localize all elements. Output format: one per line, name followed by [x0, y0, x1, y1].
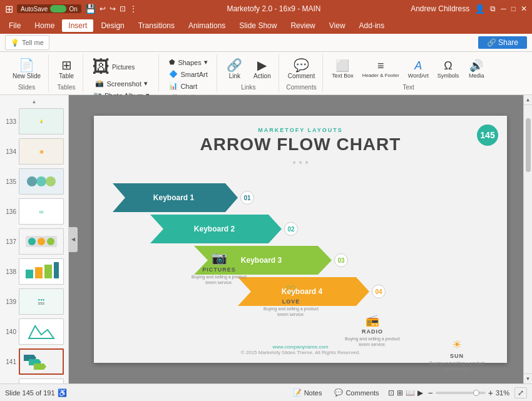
- slide-thumb-136[interactable]: 136 ∞: [3, 197, 66, 226]
- textbox-label: Text Box: [332, 73, 354, 79]
- menu-transitions[interactable]: Transitions: [132, 19, 181, 32]
- textbox-button[interactable]: ⬜ Text Box: [329, 59, 356, 80]
- new-slide-button[interactable]: 📄 New Slide: [10, 58, 43, 81]
- svg-rect-9: [44, 265, 52, 278]
- svg-rect-10: [54, 262, 59, 278]
- autosave-toggle[interactable]: [50, 5, 66, 13]
- action-icon: ▶: [257, 59, 267, 71]
- pictures-button[interactable]: 🖼 Pictures: [90, 57, 137, 77]
- step-num-4: 04: [372, 285, 386, 298]
- love-content-label: LOVE: [263, 298, 319, 305]
- slide-panel[interactable]: ▲ 133 💡 134 ◉ 135: [0, 95, 69, 383]
- link-icon: 🔗: [227, 59, 242, 71]
- menu-design[interactable]: Design: [95, 19, 130, 32]
- link-button[interactable]: 🔗 Link: [223, 58, 246, 81]
- view-normal-icon[interactable]: ⊡: [388, 388, 394, 397]
- thumb-141-svg: [23, 351, 60, 372]
- chart-button[interactable]: 📊 Chart: [165, 81, 201, 91]
- ribbon-group-images: 🖼 Pictures 📸 Screenshot ▾ 📷 Photo Album …: [84, 54, 159, 92]
- undo-icon[interactable]: ↩: [100, 4, 106, 13]
- footer-url: www.companyname.com: [273, 344, 329, 350]
- canvas-area[interactable]: ◀ 145 MARKETOFY LAYOUTS ARROW FLOW CHART…: [69, 95, 532, 383]
- menu-file[interactable]: File: [3, 19, 27, 32]
- ribbon: 💡 Tell me 🔗 Share 📄 New Slide Slides ⊞: [0, 34, 532, 95]
- view-slideshow-icon[interactable]: ▶: [417, 388, 423, 397]
- scroll-down-btn[interactable]: ▼: [524, 373, 532, 383]
- autosave-badge[interactable]: AutoSave On: [17, 4, 81, 13]
- menu-slideshow[interactable]: Slide Show: [233, 19, 283, 32]
- screenshot-button[interactable]: 📸 Screenshot ▾: [90, 78, 153, 89]
- view-slidesorter-icon[interactable]: ⊞: [397, 388, 403, 397]
- slide-img-140: [19, 318, 64, 345]
- header-footer-button[interactable]: ≡ Header & Footer: [360, 59, 402, 79]
- window-restore-icon[interactable]: ⧉: [490, 4, 496, 13]
- shapes-label: Shapes: [178, 59, 201, 66]
- menu-animations[interactable]: Animations: [182, 19, 232, 32]
- text-group-label: Text: [403, 84, 414, 92]
- table-button[interactable]: ⊞ Table: [55, 58, 78, 81]
- tell-me-input[interactable]: 💡 Tell me: [5, 35, 49, 50]
- slide-thumb-142[interactable]: 142: [3, 377, 66, 383]
- slide-thumb-137[interactable]: 137: [3, 227, 66, 256]
- screenshot-label: Screenshot: [106, 80, 141, 88]
- scroll-up-arrow[interactable]: ▲: [3, 98, 66, 106]
- menu-home[interactable]: Home: [28, 19, 61, 32]
- menu-review[interactable]: Review: [284, 19, 321, 32]
- slide-thumb-135[interactable]: 135: [3, 167, 66, 196]
- menu-view[interactable]: View: [323, 19, 352, 32]
- slide-thumb-133[interactable]: 133 💡: [3, 107, 66, 136]
- menu-insert[interactable]: Insert: [62, 19, 93, 32]
- menu-addins[interactable]: Add-ins: [353, 19, 391, 32]
- zoom-slider-thumb[interactable]: [473, 390, 479, 396]
- zoom-out-btn[interactable]: −: [428, 388, 433, 398]
- scroll-up-btn[interactable]: ▲: [524, 95, 532, 105]
- vertical-scrollbar[interactable]: ▲ ▼: [523, 95, 532, 383]
- ribbon-group-text: ⬜ Text Box ≡ Header & Footer A WordArt Ω…: [324, 54, 493, 92]
- comments-button[interactable]: 💬 Comments: [330, 387, 382, 398]
- save-icon[interactable]: 💾: [85, 4, 96, 14]
- more-icon[interactable]: ⋮: [130, 4, 137, 13]
- notes-button[interactable]: 📝 Notes: [289, 387, 326, 398]
- tell-me-label: Tell me: [22, 39, 44, 46]
- main-area: ▲ 133 💡 134 ◉ 135: [0, 95, 532, 383]
- slide-thumb-140[interactable]: 140: [3, 317, 66, 346]
- title-bar-center: Marketofy 2.0 - 16x9 - MAIN: [137, 4, 411, 13]
- redo-icon[interactable]: ↪: [110, 4, 116, 13]
- slide-num-138: 138: [4, 268, 16, 275]
- comment-button[interactable]: 💬 Comment: [285, 58, 317, 81]
- office-logo: ⊞: [5, 3, 13, 15]
- slides-group-items: 📄 New Slide: [10, 54, 43, 84]
- symbols-button[interactable]: Ω Symbols: [435, 59, 462, 80]
- customize-icon[interactable]: ⊡: [120, 4, 126, 13]
- arrow-2: Keyboard 2: [150, 215, 282, 243]
- zoom-controls: − + 31%: [428, 388, 509, 398]
- window-minimize-icon[interactable]: ─: [501, 4, 506, 13]
- slide-img-142: [19, 378, 64, 383]
- window-close-icon[interactable]: ✕: [521, 4, 527, 13]
- smartart-button[interactable]: 🔷 SmartArt: [165, 69, 211, 79]
- smartart-label: SmartArt: [180, 71, 207, 78]
- slide-thumb-134[interactable]: 134 ◉: [3, 137, 66, 166]
- slide-thumb-138[interactable]: 138: [3, 257, 66, 286]
- slide-subtitle: MARKETOFY LAYOUTS: [94, 127, 507, 133]
- slide-num-136: 136: [4, 208, 16, 215]
- wordart-button[interactable]: A WordArt: [406, 59, 431, 80]
- zoom-slider[interactable]: [436, 392, 486, 394]
- scroll-thumb-v[interactable]: [526, 118, 531, 172]
- sun-content-desc: Buying and selling a product lorem servi…: [429, 360, 485, 372]
- panel-collapse-button[interactable]: ◀: [69, 227, 78, 252]
- window-maximize-icon[interactable]: □: [511, 4, 516, 13]
- media-button[interactable]: 🔊 Media: [465, 59, 488, 80]
- zoom-in-btn[interactable]: +: [488, 388, 493, 398]
- slide-dots: • • •: [94, 157, 507, 168]
- slide-thumb-141[interactable]: 141: [3, 347, 66, 376]
- view-reading-icon[interactable]: 📖: [406, 388, 415, 397]
- slide-thumb-139[interactable]: 139 ●●● ≡≡≡: [3, 287, 66, 316]
- slide-num-134: 134: [4, 148, 16, 155]
- fit-to-window-btn[interactable]: ⤢: [514, 387, 527, 398]
- share-button[interactable]: 🔗 Share: [478, 36, 527, 49]
- user-name: Andrew Childress: [411, 4, 469, 13]
- shapes-button[interactable]: ⬟ Shapes ▾: [165, 57, 211, 68]
- action-button[interactable]: ▶ Action: [251, 58, 274, 81]
- symbols-icon: Ω: [444, 60, 452, 71]
